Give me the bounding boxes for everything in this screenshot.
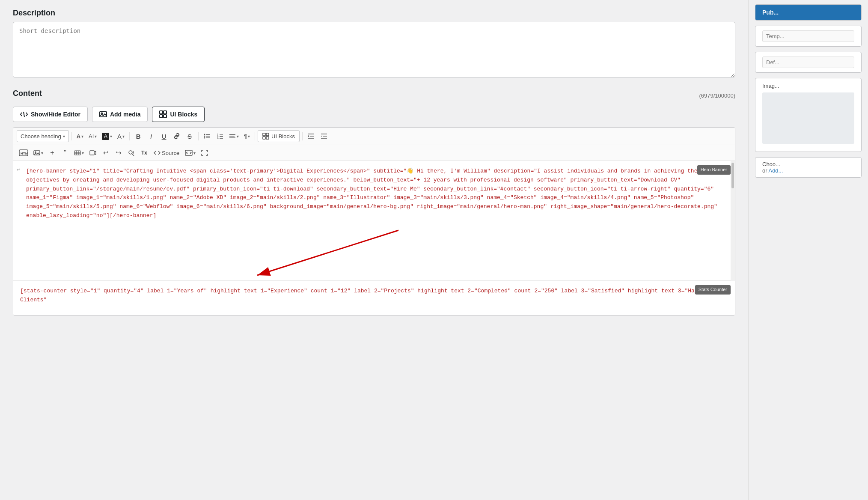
image-field: Imag...: [755, 78, 861, 152]
para-dropdown[interactable]: ¶ ▾: [242, 130, 252, 142]
ui-blocks-toolbar-button[interactable]: UI Blocks: [258, 130, 300, 142]
font-family-dropdown[interactable]: A ▾: [100, 130, 114, 142]
clear-format-icon: Tx: [141, 150, 147, 156]
image-icon: [99, 110, 107, 118]
add-image-button[interactable]: +: [46, 147, 58, 159]
clear-format-button[interactable]: Tx: [138, 147, 150, 159]
add-link[interactable]: Add...: [768, 167, 783, 174]
fullscreen-button[interactable]: [199, 147, 211, 159]
toolbar-sep-5: [302, 132, 303, 140]
link-button[interactable]: [171, 130, 183, 142]
show-hide-label: Show/Hide Editor: [31, 111, 80, 118]
font-color-dropdown[interactable]: A ▾: [74, 130, 86, 142]
html-button[interactable]: HTML: [17, 147, 30, 159]
svg-rect-5: [160, 115, 163, 118]
svg-rect-24: [263, 137, 265, 139]
table-dropdown[interactable]: ▾: [72, 147, 86, 159]
show-hide-editor-button[interactable]: Show/Hide Editor: [13, 107, 88, 122]
svg-point-7: [204, 134, 205, 135]
align-icon: [229, 133, 236, 139]
scrollbar-thumb[interactable]: [731, 163, 734, 188]
description-section: Description: [13, 9, 735, 79]
image-toolbar-icon: [33, 150, 40, 156]
content-header: Content (6979/100000): [13, 89, 735, 102]
heading-select-label: Choose heading: [21, 133, 61, 140]
publish-label: Pub...: [762, 9, 779, 16]
italic-button[interactable]: I: [145, 130, 157, 142]
image-placeholder-area: [762, 92, 854, 144]
svg-rect-3: [160, 111, 163, 114]
image-section: Imag...: [755, 78, 862, 152]
video-button[interactable]: [87, 147, 99, 159]
toolbar-sep-4: [255, 132, 255, 140]
find-replace-icon: [128, 150, 135, 156]
editor-scrollbar[interactable]: [731, 161, 735, 281]
source-button[interactable]: Source: [151, 147, 182, 159]
svg-rect-41: [90, 151, 94, 155]
font-size-dropdown[interactable]: AI ▾: [86, 130, 99, 142]
hero-banner-content: [hero-banner style="1" title="Crafting I…: [26, 168, 717, 219]
ui-blocks-toolbar-label: UI Blocks: [271, 133, 295, 140]
main-content: Description Content (6979/100000) Show/H…: [0, 0, 748, 500]
find-replace-button[interactable]: [125, 147, 137, 159]
indent-button[interactable]: [305, 130, 317, 142]
default-section: Def...: [755, 52, 862, 73]
svg-rect-25: [266, 137, 269, 139]
redo-button[interactable]: ↪: [113, 147, 125, 159]
redo-icon: ↪: [116, 149, 122, 157]
editor-block-hero[interactable]: ↵ Hero Banner [hero-banner style="1" tit…: [13, 161, 735, 281]
editor-toolbar-row1: Choose heading ▾ A ▾ AI ▾ A ▾ A: [13, 128, 735, 145]
undo-button[interactable]: ↩: [100, 147, 112, 159]
content-counter: (6979/100000): [699, 92, 735, 99]
hero-banner-label: Hero Banner: [697, 165, 731, 175]
editor-container: Choose heading ▾ A ▾ AI ▾ A ▾ A: [13, 127, 735, 315]
add-media-button[interactable]: Add media: [92, 107, 148, 122]
bold-button[interactable]: B: [132, 130, 144, 142]
toolbar-sep-3: [198, 132, 199, 140]
heading-select[interactable]: Choose heading ▾: [17, 130, 69, 142]
format-dropdown[interactable]: A ▾: [115, 130, 127, 142]
italic-label: I: [150, 133, 152, 140]
image-chevron: ▾: [41, 151, 43, 155]
font-family-chevron: ▾: [110, 134, 112, 139]
svg-rect-23: [266, 133, 269, 136]
source-label: Source: [162, 150, 179, 156]
font-color-chevron: ▾: [81, 134, 83, 139]
editor-block-stats[interactable]: Stats Counter [stats-counter style="1" q…: [13, 281, 735, 315]
default-value: Def...: [762, 57, 854, 68]
fullscreen-icon: [201, 150, 208, 156]
or-add-label: or Add...: [762, 167, 783, 174]
default-field: Def...: [755, 52, 861, 72]
num-list-button[interactable]: 1. 2. 3.: [214, 130, 226, 142]
bold-label: B: [136, 133, 141, 140]
svg-line-0: [24, 112, 24, 117]
ui-blocks-button[interactable]: UI Blocks: [152, 107, 205, 122]
code-view-chevron: ▾: [193, 151, 196, 155]
publish-button[interactable]: Pub...: [755, 5, 861, 20]
para-label: ¶: [244, 133, 247, 140]
description-label: Description: [13, 9, 735, 18]
content-buttons: Show/Hide Editor Add media UI Blocks: [13, 107, 735, 122]
svg-point-35: [35, 152, 36, 152]
align-chevron: ▾: [237, 134, 239, 139]
font-size-label: AI: [89, 133, 94, 140]
format-label: A: [117, 133, 122, 140]
underline-button[interactable]: U: [158, 130, 170, 142]
code-view-dropdown[interactable]: ▾: [183, 147, 198, 159]
image-label: Imag...: [762, 83, 854, 89]
strikethrough-button[interactable]: S: [184, 130, 196, 142]
html-icon: HTML: [19, 149, 28, 157]
stats-counter-content: [stats-counter style="1" quantity="4" la…: [20, 288, 705, 303]
outdent-button[interactable]: [318, 130, 330, 142]
image-dropdown[interactable]: ▾: [31, 147, 45, 159]
toolbar-sep-1: [71, 132, 72, 140]
editor-content-area[interactable]: ↵ Hero Banner [hero-banner style="1" tit…: [13, 161, 735, 315]
right-sidebar: Pub... Temp... Def... Imag... Choo...: [748, 0, 868, 500]
description-textarea[interactable]: [13, 22, 735, 77]
quote-icon: ": [64, 149, 66, 157]
choose-section: Choo... or Add...: [755, 157, 862, 178]
align-dropdown[interactable]: ▾: [227, 130, 241, 142]
choose-text: Choo... or Add...: [755, 158, 861, 177]
bullet-list-button[interactable]: [201, 130, 213, 142]
quote-button[interactable]: ": [59, 147, 71, 159]
